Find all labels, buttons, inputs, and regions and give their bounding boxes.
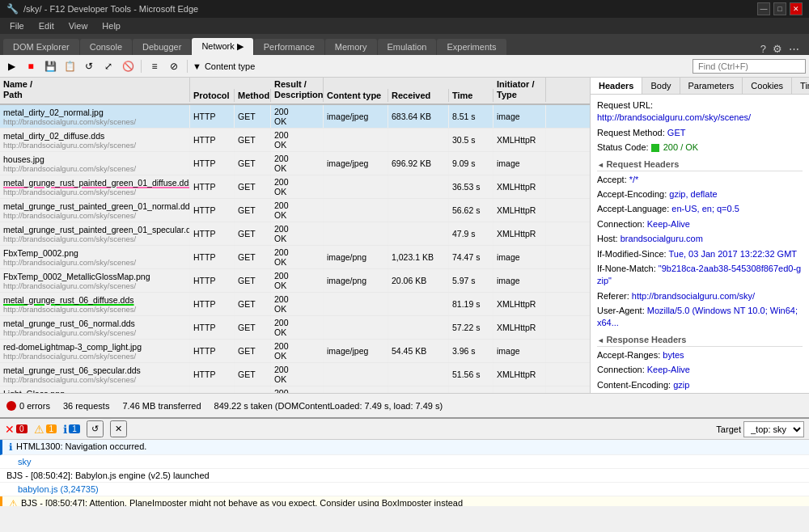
start-recording-button[interactable]: ▶ xyxy=(3,58,19,74)
babylon-source-link[interactable]: babylon.js (3,24735) xyxy=(18,484,99,494)
window-controls[interactable]: — □ ✕ xyxy=(757,2,803,15)
cell-received xyxy=(388,293,449,315)
cell-time: 51.56 s xyxy=(449,363,493,386)
col-received[interactable]: Received xyxy=(388,89,449,102)
tab-emulation[interactable]: Emulation xyxy=(378,39,437,55)
if-modified-row: If-Modified-Since: Tue, 03 Jan 2017 13:2… xyxy=(597,248,803,260)
filter-button[interactable]: ≡ xyxy=(146,58,163,74)
request-method-value: GET xyxy=(667,128,686,137)
tab-bar: DOM Explorer Console Debugger Network ▶ … xyxy=(0,34,809,55)
tab-console[interactable]: Console xyxy=(80,39,132,55)
table-row[interactable]: FbxTemp_0002.png http://brandsocialguru.… xyxy=(0,246,590,269)
info-count-group: ℹ 1 xyxy=(63,423,80,436)
find-input[interactable] xyxy=(693,59,806,74)
stop-button[interactable]: ■ xyxy=(23,58,39,74)
detail-tab-parameters[interactable]: Parameters xyxy=(680,78,743,94)
cell-initiator: XMLHttpR xyxy=(493,175,546,198)
tab-dom-explorer[interactable]: DOM Explorer xyxy=(3,39,79,55)
error-text: 0 errors xyxy=(19,401,50,411)
table-row[interactable]: metal_dirty_02_normal.jpg http://brandso… xyxy=(0,105,590,129)
cell-initiator: image xyxy=(493,269,546,292)
target-dropdown[interactable]: _top: sky xyxy=(743,421,804,437)
table-row[interactable]: metal_grunge_rust_painted_green_01_specu… xyxy=(0,222,590,246)
console-line-sky: sky xyxy=(0,455,809,469)
cell-received: 1,023.1 KB xyxy=(388,246,449,268)
cell-received xyxy=(388,316,449,339)
tab-debugger[interactable]: Debugger xyxy=(133,39,191,55)
detail-tab-cookies[interactable]: Cookies xyxy=(743,78,792,94)
content-type-filter[interactable]: ▼ Content type xyxy=(193,61,255,71)
no-cache-button[interactable]: ⊘ xyxy=(166,58,182,74)
copy-button[interactable]: 📋 xyxy=(61,58,78,74)
table-row[interactable]: metal_grunge_rust_06_specular.dds http:/… xyxy=(0,363,590,386)
tab-memory[interactable]: Memory xyxy=(325,39,377,55)
col-time[interactable]: Time xyxy=(449,89,493,102)
menu-bar: File Edit View Help xyxy=(0,18,809,34)
save-button[interactable]: 💾 xyxy=(42,58,58,74)
table-row[interactable]: houses.jpg http://brandsocialguru.com/sk… xyxy=(0,152,590,175)
cell-protocol: HTTP xyxy=(190,293,235,315)
cell-result: 200 OK xyxy=(271,386,324,393)
table-row[interactable]: metal_grunge_rust_06_normal.dds http://b… xyxy=(0,316,590,340)
settings-icon[interactable]: ⚙ xyxy=(773,43,782,55)
cell-protocol: HTTP xyxy=(190,129,235,151)
dev-tools-icon: 🔧 xyxy=(6,3,19,15)
tab-experiments[interactable]: Experiments xyxy=(437,39,506,55)
detail-panel: Headers Body Parameters Cookies Timings … xyxy=(591,78,809,393)
refresh-button[interactable]: ↺ xyxy=(81,58,97,74)
expand-button[interactable]: ⤢ xyxy=(100,58,116,74)
col-content-type[interactable]: Content type xyxy=(324,89,388,102)
cell-protocol: HTTP xyxy=(190,316,235,339)
table-row[interactable]: metal_dirty_02_diffuse.dds http://brands… xyxy=(0,129,590,152)
cell-content-type: image/png xyxy=(324,269,388,292)
cell-method: GET xyxy=(235,363,271,386)
cell-name: metal_grunge_rust_06_diffuse.dds http://… xyxy=(0,293,190,315)
error-status: 0 errors xyxy=(6,401,50,411)
clear-button[interactable]: 🚫 xyxy=(120,58,136,74)
col-protocol[interactable]: Protocol xyxy=(190,89,235,102)
cell-time: 36.53 s xyxy=(449,175,493,198)
detail-tab-headers[interactable]: Headers xyxy=(591,78,642,94)
cell-time: 9.09 s xyxy=(449,152,493,175)
tab-performance[interactable]: Performance xyxy=(254,39,324,55)
cell-received xyxy=(388,199,449,222)
table-row[interactable]: metal_grunge_rust_06_diffuse.dds http://… xyxy=(0,293,590,316)
help-icon[interactable]: ? xyxy=(760,43,766,55)
cell-protocol: HTTP xyxy=(190,222,235,245)
detail-tab-body[interactable]: Body xyxy=(642,78,680,94)
col-method[interactable]: Method xyxy=(235,89,271,102)
close-button[interactable]: ✕ xyxy=(790,2,803,15)
clear-console-button[interactable]: ✕ xyxy=(110,420,127,437)
minimize-button[interactable]: — xyxy=(757,2,770,15)
console-area: ✕ 0 ⚠ 1 ℹ 1 ↺ ✕ Target _top: sky ℹ HTML1… xyxy=(0,417,809,506)
maximize-button[interactable]: □ xyxy=(773,2,786,15)
table-row[interactable]: metal_grunge_rust_painted_green_01_norma… xyxy=(0,199,590,222)
col-name[interactable]: Name / Path xyxy=(0,78,190,102)
menu-help[interactable]: Help xyxy=(95,19,127,32)
request-url-value[interactable]: http://brandsocialguru.com/sky/scenes/ xyxy=(597,112,751,122)
table-row[interactable]: metal_grunge_rust_painted_green_01_diffu… xyxy=(0,175,590,199)
refresh-console-button[interactable]: ↺ xyxy=(87,420,104,437)
tab-network[interactable]: Network ▶ xyxy=(192,38,252,55)
table-row[interactable]: red-domeLightmap-3_comp_light.jpg http:/… xyxy=(0,340,590,363)
timing-text: 849.22 s taken (DOMContentLoaded: 7.49 s… xyxy=(214,401,443,411)
cell-method: GET xyxy=(235,340,271,362)
menu-file[interactable]: File xyxy=(3,19,31,32)
table-row[interactable]: Light_Glass.png http://brandsocialguru.c… xyxy=(0,386,590,393)
filter-icon: ▼ xyxy=(193,61,201,71)
cell-name: metal_dirty_02_normal.jpg http://brandso… xyxy=(0,105,190,128)
request-headers-section: Request Headers xyxy=(597,159,803,171)
cell-protocol: HTTP xyxy=(190,340,235,362)
more-icon[interactable]: ⋯ xyxy=(789,43,799,55)
menu-view[interactable]: View xyxy=(62,19,95,32)
cell-received xyxy=(388,363,449,386)
connection-req-row: Connection: Keep-Alive xyxy=(597,218,803,230)
col-result[interactable]: Result / Description xyxy=(271,78,324,102)
col-initiator[interactable]: Initiator / Type xyxy=(493,78,546,102)
detail-tab-timings[interactable]: Timings xyxy=(792,78,809,94)
cell-time: 47.9 s xyxy=(449,222,493,245)
sky-link[interactable]: sky xyxy=(18,457,32,467)
table-row[interactable]: FbxTemp_0002_MetallicGlossMap.png http:/… xyxy=(0,269,590,293)
cell-name: FbxTemp_0002.png http://brandsocialguru.… xyxy=(0,246,190,268)
menu-edit[interactable]: Edit xyxy=(32,19,61,32)
